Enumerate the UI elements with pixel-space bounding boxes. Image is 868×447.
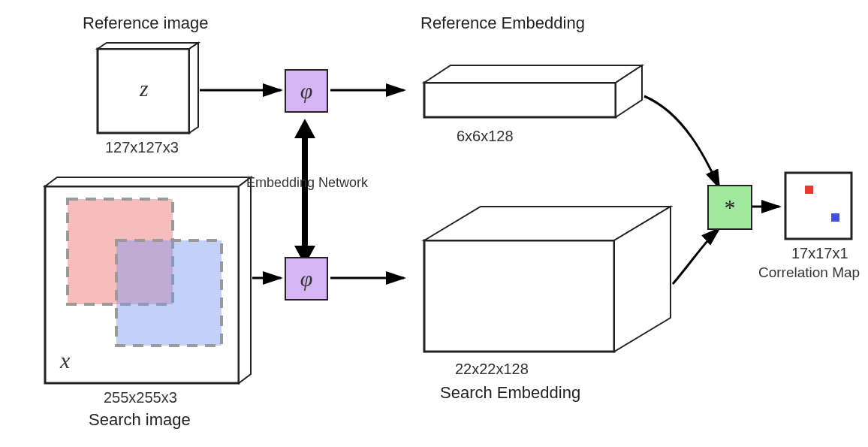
correlation-map-dims: 17x17x1 bbox=[791, 245, 848, 262]
embedding-network-label: Embedding Network bbox=[246, 175, 368, 191]
embedding-network-double-arrow bbox=[294, 119, 315, 265]
search-image-title: Search image bbox=[89, 410, 191, 430]
correlation-map-block bbox=[785, 173, 851, 239]
arrow-refembed-to-op bbox=[644, 96, 719, 188]
reference-image-block bbox=[98, 43, 198, 133]
reference-embedding-title: Reference Embedding bbox=[420, 14, 585, 33]
search-symbol: x bbox=[59, 348, 71, 373]
reference-embedding-dims: 6x6x128 bbox=[457, 128, 514, 145]
svg-marker-5 bbox=[239, 177, 251, 383]
svg-rect-14 bbox=[424, 240, 614, 352]
arrow-searchembed-to-op bbox=[673, 228, 719, 284]
correlation-op-box: * bbox=[707, 185, 752, 230]
phi-box-bottom: φ bbox=[285, 257, 328, 301]
svg-rect-7 bbox=[116, 240, 222, 346]
svg-rect-6 bbox=[68, 199, 173, 304]
svg-rect-0 bbox=[98, 49, 189, 133]
svg-marker-4 bbox=[45, 177, 251, 186]
search-image-dims: 255x255x3 bbox=[104, 389, 177, 406]
svg-marker-1 bbox=[98, 43, 198, 49]
diagram-canvas: z x bbox=[0, 0, 868, 447]
search-embedding-title: Search Embedding bbox=[440, 383, 580, 403]
svg-marker-9 bbox=[294, 119, 315, 138]
svg-marker-12 bbox=[424, 65, 642, 83]
search-embedding-dims: 22x22x128 bbox=[455, 361, 529, 378]
search-embedding-cuboid bbox=[424, 207, 671, 352]
search-image-block bbox=[45, 177, 251, 383]
svg-marker-16 bbox=[614, 207, 671, 352]
svg-rect-11 bbox=[424, 83, 616, 117]
svg-rect-18 bbox=[805, 186, 813, 194]
reference-symbol: z bbox=[139, 76, 149, 101]
svg-rect-19 bbox=[831, 213, 839, 222]
svg-marker-15 bbox=[424, 207, 671, 240]
reference-embedding-cuboid bbox=[424, 65, 642, 117]
svg-rect-3 bbox=[45, 186, 239, 383]
phi-box-top: φ bbox=[285, 69, 328, 113]
correlation-map-title: Correlation Map bbox=[758, 264, 860, 281]
svg-marker-13 bbox=[616, 65, 642, 117]
svg-marker-2 bbox=[189, 43, 198, 133]
svg-rect-17 bbox=[785, 173, 851, 239]
reference-image-dims: 127x127x3 bbox=[105, 139, 179, 156]
reference-image-title: Reference image bbox=[83, 14, 209, 33]
